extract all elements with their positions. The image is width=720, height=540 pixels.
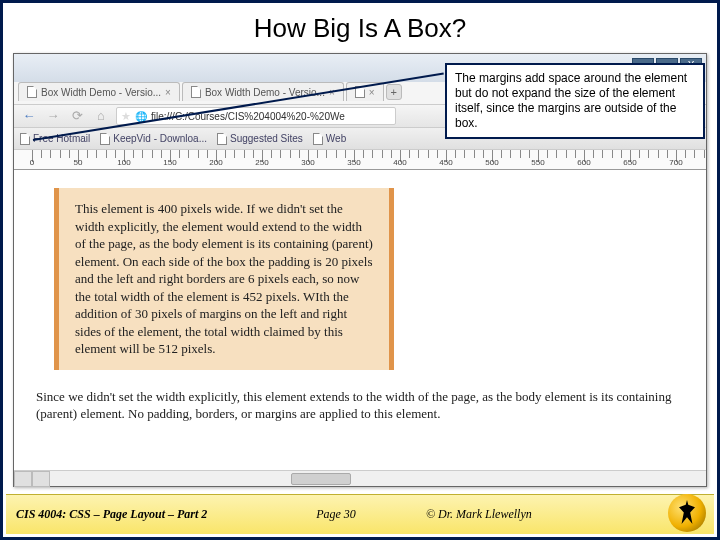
ucf-logo [668,494,706,532]
forward-button[interactable]: → [44,107,62,125]
page-icon [27,86,37,98]
browser-viewport: 0501001502002503003504004505005506006507… [14,150,706,470]
horizontal-ruler: 0501001502002503003504004505005506006507… [14,150,706,170]
home-button[interactable]: ⌂ [92,107,110,125]
tab-label: Box Width Demo - Versio... [41,87,161,98]
tab-strip: Box Width Demo - Versio...× Box Width De… [18,82,402,101]
page-icon [217,133,227,145]
bookmark-item[interactable]: KeepVid - Downloa... [100,133,207,145]
new-tab-button[interactable]: + [386,84,402,100]
page-icon [191,86,201,98]
slide-title: How Big Is A Box? [3,3,717,48]
back-button[interactable]: ← [20,107,38,125]
horizontal-scrollbar[interactable] [14,470,706,486]
scrollbar-thumb[interactable] [291,473,351,485]
slide-footer: CIS 4004: CSS – Page Layout – Part 2 Pag… [6,494,714,534]
close-icon[interactable]: × [369,87,375,98]
page-body: This element is 400 pixels wide. If we d… [14,170,706,433]
slide: How Big Is A Box? — □ X Box Width Demo -… [0,0,720,540]
page-icon [20,133,30,145]
footer-course: CIS 4004: CSS – Page Layout – Part 2 [6,507,266,522]
bookmark-item[interactable]: Suggested Sites [217,133,303,145]
footer-page: Page 30 [266,507,406,522]
demo-box-plain: Since we didn't set the width explicitly… [32,384,688,423]
bookmark-item[interactable]: Web [313,133,346,145]
close-icon[interactable]: × [165,87,171,98]
reload-button[interactable]: ⟳ [68,107,86,125]
demo-box-bordered: This element is 400 pixels wide. If we d… [54,188,394,370]
address-bar[interactable]: ★ 🌐 file:///C:/Courses/CIS%204004%20-%20… [116,107,396,125]
tab-0[interactable]: Box Width Demo - Versio...× [18,82,180,101]
callout-box: The margins add space around the element… [445,63,705,139]
star-icon[interactable]: ★ [121,110,131,123]
page-icon [313,133,323,145]
page-icon [100,133,110,145]
